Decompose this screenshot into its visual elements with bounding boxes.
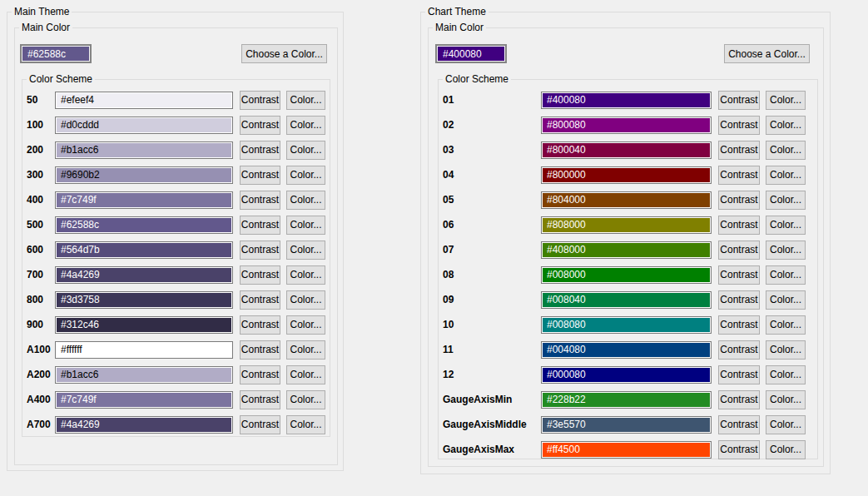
main-color-hex: #62588c — [27, 48, 66, 60]
row-color-field[interactable]: #ff4500 — [541, 441, 712, 459]
row-color-field[interactable]: #400080 — [541, 92, 712, 109]
contrast-button[interactable]: Contrast — [718, 166, 760, 185]
row-color-field[interactable]: #4a4269 — [55, 266, 233, 284]
contrast-button[interactable]: Contrast — [718, 91, 760, 110]
main-theme-group: Main Theme Main Color #62588c Choose a C… — [7, 12, 344, 471]
color-button[interactable]: Color... — [286, 265, 325, 285]
color-button[interactable]: Color... — [766, 141, 806, 160]
row-color-field[interactable]: #efeef4 — [55, 92, 233, 109]
row-color-field[interactable]: #800040 — [541, 141, 712, 159]
row-color-field[interactable]: #312c46 — [55, 316, 233, 334]
contrast-button[interactable]: Contrast — [718, 315, 760, 335]
row-color-field[interactable]: #ffffff — [55, 341, 233, 359]
row-color-field[interactable]: #000080 — [541, 366, 712, 384]
contrast-button[interactable]: Contrast — [718, 365, 760, 384]
row-color-field[interactable]: #564d7b — [55, 241, 233, 259]
contrast-button[interactable]: Contrast — [240, 265, 280, 285]
row-color-field[interactable]: #808000 — [541, 216, 712, 234]
row-color-field[interactable]: #d0cddd — [55, 117, 233, 134]
color-button[interactable]: Color... — [286, 365, 325, 384]
color-button[interactable]: Color... — [766, 241, 806, 260]
color-scheme-row: 900 #312c46 Contrast Color... — [27, 312, 325, 337]
color-button[interactable]: Color... — [766, 216, 806, 235]
color-button[interactable]: Color... — [766, 340, 806, 360]
row-color-field[interactable]: #408000 — [541, 241, 712, 259]
row-color-field[interactable]: #3e5570 — [541, 416, 712, 434]
row-color-field[interactable]: #b1acc6 — [55, 141, 233, 159]
contrast-button[interactable]: Contrast — [240, 340, 280, 360]
contrast-button[interactable]: Contrast — [718, 216, 760, 235]
color-button[interactable]: Color... — [766, 315, 806, 335]
color-button[interactable]: Color... — [766, 91, 806, 110]
color-button[interactable]: Color... — [286, 241, 325, 260]
row-color-field[interactable]: #008000 — [541, 266, 712, 284]
contrast-button[interactable]: Contrast — [240, 315, 280, 335]
contrast-button[interactable]: Contrast — [718, 116, 760, 135]
row-color-field[interactable]: #800080 — [541, 117, 712, 134]
row-color-field[interactable]: #b1acc6 — [55, 366, 233, 384]
color-button[interactable]: Color... — [286, 290, 325, 310]
color-scheme-row: 700 #4a4269 Contrast Color... — [27, 262, 325, 287]
contrast-button[interactable]: Contrast — [718, 415, 760, 434]
color-button[interactable]: Color... — [766, 440, 806, 459]
row-color-field[interactable]: #804000 — [541, 191, 712, 209]
color-button[interactable]: Color... — [286, 116, 325, 135]
contrast-button[interactable]: Contrast — [240, 365, 280, 384]
contrast-button[interactable]: Contrast — [718, 340, 760, 360]
contrast-button[interactable]: Contrast — [718, 241, 760, 260]
color-button[interactable]: Color... — [286, 415, 325, 434]
color-button[interactable]: Color... — [766, 191, 806, 210]
row-color-field[interactable]: #7c749f — [55, 191, 233, 209]
choose-color-button[interactable]: Choose a Color... — [241, 44, 327, 63]
color-button[interactable]: Color... — [286, 91, 325, 110]
row-color-field[interactable]: #008040 — [541, 291, 712, 309]
contrast-button[interactable]: Contrast — [240, 390, 280, 409]
choose-color-button[interactable]: Choose a Color... — [724, 44, 810, 63]
row-color-field[interactable]: #62588c — [55, 216, 233, 234]
color-button[interactable]: Color... — [766, 390, 806, 409]
color-button[interactable]: Color... — [766, 365, 806, 384]
contrast-button[interactable]: Contrast — [718, 191, 760, 210]
contrast-button[interactable]: Contrast — [240, 241, 280, 260]
contrast-button[interactable]: Contrast — [240, 116, 280, 135]
color-button[interactable]: Color... — [766, 265, 806, 285]
contrast-button[interactable]: Contrast — [718, 440, 760, 459]
color-button[interactable]: Color... — [286, 191, 325, 210]
group-title: Main Color — [19, 22, 72, 34]
color-button[interactable]: Color... — [286, 315, 325, 335]
color-scheme-row: 09 #008040 Contrast Color... — [443, 287, 813, 312]
contrast-button[interactable]: Contrast — [240, 290, 280, 310]
row-color-field[interactable]: #4a4269 — [55, 416, 233, 434]
contrast-button[interactable]: Contrast — [240, 141, 280, 160]
contrast-button[interactable]: Contrast — [240, 91, 280, 110]
contrast-button[interactable]: Contrast — [718, 141, 760, 160]
contrast-button[interactable]: Contrast — [718, 390, 760, 409]
row-color-field[interactable]: #008080 — [541, 316, 712, 334]
row-color-field[interactable]: #004080 — [541, 341, 712, 359]
color-button[interactable]: Color... — [286, 390, 325, 409]
row-color-hex: #62588c — [61, 219, 99, 231]
contrast-button[interactable]: Contrast — [240, 415, 280, 434]
color-button[interactable]: Color... — [286, 340, 325, 360]
row-color-field[interactable]: #800000 — [541, 166, 712, 184]
color-button[interactable]: Color... — [286, 166, 325, 185]
color-button[interactable]: Color... — [766, 290, 806, 310]
color-button[interactable]: Color... — [766, 415, 806, 434]
color-button[interactable]: Color... — [766, 166, 806, 185]
contrast-button[interactable]: Contrast — [718, 265, 760, 285]
row-color-field[interactable]: #9690b2 — [55, 166, 233, 184]
color-button[interactable]: Color... — [766, 116, 806, 135]
row-color-field[interactable]: #3d3758 — [55, 291, 233, 309]
color-button[interactable]: Color... — [286, 216, 325, 235]
color-button[interactable]: Color... — [286, 141, 325, 160]
row-color-field[interactable]: #228b22 — [541, 391, 712, 409]
contrast-button[interactable]: Contrast — [240, 216, 280, 235]
row-color-hex: #800080 — [547, 119, 586, 131]
color-scheme-rows: 01 #400080 Contrast Color... 02 #800080 … — [443, 87, 813, 462]
main-color-group: Main Color #62588c Choose a Color... Col… — [14, 27, 338, 465]
contrast-button[interactable]: Contrast — [240, 166, 280, 185]
row-color-field[interactable]: #7c749f — [55, 391, 233, 409]
contrast-button[interactable]: Contrast — [240, 191, 280, 210]
main-color-group: Main Color #400080 Choose a Color... Col… — [428, 27, 824, 467]
contrast-button[interactable]: Contrast — [718, 290, 760, 310]
